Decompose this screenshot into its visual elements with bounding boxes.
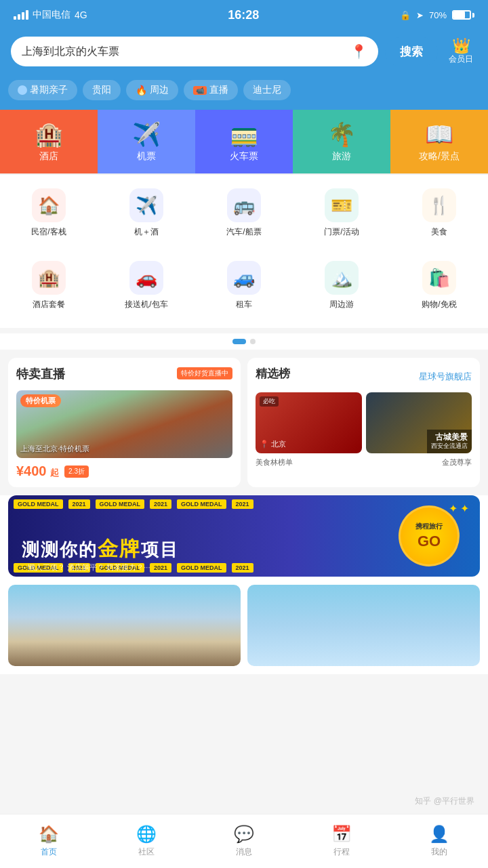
inn-icon: 🏠	[32, 188, 66, 222]
nav-home[interactable]: 🏠 首页	[0, 819, 98, 863]
travel-icon: 🌴	[327, 121, 356, 148]
search-input-text: 上海到北京的火车票	[22, 45, 345, 59]
tag-nearby[interactable]: 🔥 周边	[126, 80, 178, 100]
battery-icon	[452, 10, 474, 20]
cat-travel[interactable]: 🌴 旅游	[293, 110, 390, 173]
status-right: 🔒 ➤ 70%	[400, 10, 474, 20]
cat-daytrip[interactable]: 🏔️ 周边游	[293, 254, 390, 317]
banner-badge-3: GOLD MEDAL	[177, 499, 226, 509]
shopping-icon: 🛍️	[422, 261, 456, 295]
carrier-label: 中国电信	[33, 9, 70, 21]
cat-hotel[interactable]: 🏨 酒店	[0, 110, 98, 173]
cat-daytrip-label: 周边游	[329, 299, 354, 310]
cat-travel-label: 旅游	[332, 150, 351, 163]
banner-year-3: 2021	[232, 499, 253, 509]
hotel-icon: 🏨	[35, 121, 63, 148]
main-categories: 🏨 酒店 ✈️ 机票 🚃 火车票 🌴 旅游 📖 攻略/景点	[0, 110, 488, 175]
mini-card-1-location: 📍 北京	[260, 439, 286, 449]
itinerary-icon: 📅	[331, 825, 352, 844]
dot-1	[232, 339, 246, 344]
bottom-image-right[interactable]	[247, 585, 480, 666]
cat-hotelpkg[interactable]: 🏨 酒店套餐	[0, 254, 98, 317]
daytrip-icon: 🏔️	[325, 261, 359, 295]
cat-flighthotel[interactable]: ✈️ 机＋酒	[98, 182, 195, 245]
discount-badge: 2.3折	[64, 466, 89, 478]
banner[interactable]: GOLD MEDAL 2021 GOLD MEDAL 2021 GOLD MED…	[8, 495, 480, 577]
train-icon: 🚃	[230, 121, 258, 148]
promo-left-title: 特卖直播	[16, 366, 65, 382]
banner-title-end: 项目	[141, 539, 179, 560]
watermark: 知乎 @平行世界	[415, 795, 474, 807]
battery-label: 70%	[429, 10, 447, 20]
cat-flight[interactable]: ✈️ 机票	[98, 110, 195, 173]
cat-ticket[interactable]: 🎫 门票/活动	[293, 182, 390, 245]
bus-icon: 🚌	[227, 188, 261, 222]
mini-card-2-overlay: 古城美景 西安全流通店	[427, 430, 472, 453]
tag-summer-label: 暑期亲子	[30, 84, 68, 96]
main-content: 🏨 酒店 ✈️ 机票 🚃 火车票 🌴 旅游 📖 攻略/景点	[0, 110, 488, 674]
tag-guiyang-label: 贵阳	[92, 84, 111, 96]
promo-right-card[interactable]: 精选榜 星球号旗舰店 必吃 📍 北京 古城美景	[247, 358, 480, 487]
cat-bus[interactable]: 🚌 汽车/船票	[195, 182, 293, 245]
mini-card-1-tag: 必吃	[260, 396, 279, 407]
header: 上海到北京的火车票 📍 搜索 👑 会员日	[0, 30, 488, 76]
bottom-image-left[interactable]	[8, 585, 241, 666]
mini-card-1[interactable]: 必吃 📍 北京	[256, 392, 362, 453]
tag-row: 暑期亲子 贵阳 🔥 周边 📹 直播 迪士尼	[0, 76, 488, 110]
promo-left-card[interactable]: 特卖直播 特价好货直播中 特价机票 上海至北京·特价机票 ¥400 起 2.3折	[8, 358, 241, 487]
location-pin-icon[interactable]: 📍	[350, 43, 367, 60]
cat-guide[interactable]: 📖 攻略/景点	[390, 110, 488, 173]
transfer-icon: 🚗	[129, 261, 163, 295]
banner-badge-2: GOLD MEDAL	[96, 499, 145, 509]
tag-live[interactable]: 📹 直播	[184, 80, 238, 100]
tag-disney[interactable]: 迪士尼	[243, 80, 291, 100]
pagination-dots	[0, 333, 488, 350]
banner-sub-text: ···懒人三项？ 酒店躺平？ 奶茶接力？···	[22, 562, 150, 573]
guide-icon: 📖	[425, 121, 453, 148]
vip-button[interactable]: 👑 会员日	[445, 39, 477, 65]
cat-shopping-label: 购物/免税	[422, 299, 456, 310]
cat-shopping[interactable]: 🛍️ 购物/免税	[390, 254, 488, 317]
price-main: ¥400	[16, 463, 47, 478]
search-button[interactable]: 搜索	[385, 37, 438, 66]
banner-title-part1: 测测你的	[22, 539, 98, 560]
nav-mine[interactable]: 👤 我的	[390, 819, 488, 863]
tag-guiyang[interactable]: 贵阳	[83, 80, 121, 100]
nav-community[interactable]: 🌐 社区	[98, 819, 195, 863]
nav-message[interactable]: 💬 消息	[195, 819, 293, 863]
banner-sub2: 酒店躺平？	[67, 563, 104, 571]
lock-icon: 🔒	[400, 10, 411, 20]
mini-card-2-subtitle: 西安全流通店	[431, 442, 468, 451]
cat-hotelpkg-label: 酒店套餐	[33, 299, 65, 310]
flighthotel-icon: ✈️	[129, 188, 163, 222]
nav-community-label: 社区	[138, 846, 155, 858]
community-icon: 🌐	[136, 825, 157, 844]
banner-sub3: 奶茶接力？···	[106, 563, 150, 571]
status-bar: 中国电信 4G 16:28 🔒 ➤ 70%	[0, 0, 488, 30]
cat-food[interactable]: 🍴 美食	[390, 182, 488, 245]
mini-card-2[interactable]: 古城美景 西安全流通店	[366, 392, 472, 453]
network-label: 4G	[75, 9, 87, 20]
tag-live-label: 直播	[209, 84, 228, 96]
cat-inn[interactable]: 🏠 民宿/客栈	[0, 182, 98, 245]
cat-transfer[interactable]: 🚗 接送机/包车	[98, 254, 195, 317]
home-icon: 🏠	[39, 825, 59, 844]
nav-itinerary-label: 行程	[333, 846, 350, 858]
banner-stars: ✦ ✦	[449, 502, 469, 515]
nav-itinerary[interactable]: 📅 行程	[293, 819, 390, 863]
bottom-nav: 🏠 首页 🌐 社区 💬 消息 📅 行程 👤 我的	[0, 814, 488, 868]
mini-cards: 必吃 📍 北京 古城美景 西安全流通店	[256, 392, 472, 453]
cat-inn-label: 民宿/客栈	[31, 226, 66, 238]
nav-mine-label: 我的	[431, 846, 447, 858]
tag-summer[interactable]: 暑期亲子	[8, 80, 77, 100]
promo-left-badge: 特价好货直播中	[177, 367, 232, 379]
cat-bus-label: 汽车/船票	[226, 226, 261, 238]
search-bar[interactable]: 上海到北京的火车票 📍	[11, 37, 378, 66]
cat-rental[interactable]: 🚙 租车	[195, 254, 293, 317]
banner-top-row: GOLD MEDAL 2021 GOLD MEDAL 2021 GOLD MED…	[8, 499, 480, 509]
promo-left-image-label: 特价机票	[20, 394, 61, 407]
location-icon: ➤	[416, 10, 424, 20]
banner-year-1: 2021	[68, 499, 90, 509]
banner-sub1: ···懒人三项？	[22, 563, 65, 571]
cat-train[interactable]: 🚃 火车票	[195, 110, 293, 173]
